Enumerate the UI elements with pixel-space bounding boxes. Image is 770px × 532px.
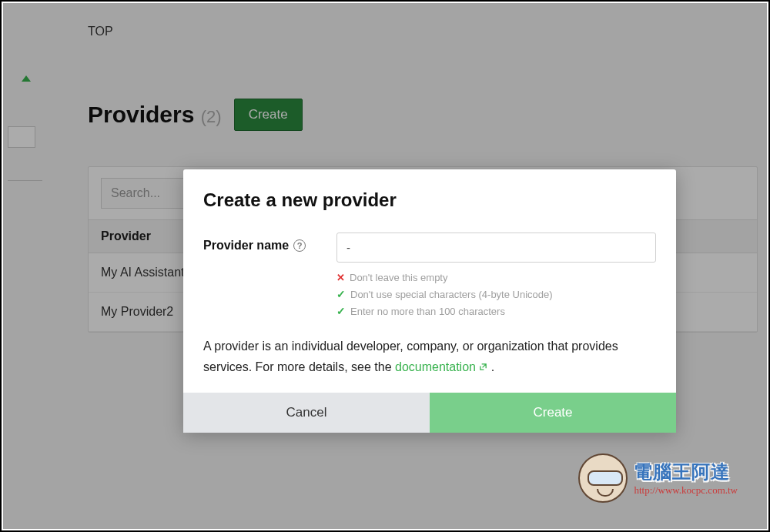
validation-hints: ✕ Don't leave this empty ✓ Don't use spe…	[336, 272, 656, 317]
check-icon: ✓	[336, 305, 346, 317]
check-icon: ✓	[336, 288, 346, 300]
watermark-title: 電腦王阿達	[634, 460, 738, 484]
provider-name-label: Provider name ?	[203, 233, 323, 253]
provider-name-input[interactable]	[336, 233, 656, 263]
hint-special-text: Don't use special characters (4-byte Uni…	[350, 289, 553, 300]
watermark-text: 電腦王阿達 http://www.kocpc.com.tw	[634, 460, 738, 497]
provider-name-label-text: Provider name	[203, 239, 289, 253]
modal-title: Create a new provider	[203, 189, 656, 211]
create-provider-modal: Create a new provider Provider name ? ✕ …	[183, 169, 676, 433]
help-icon[interactable]: ?	[293, 239, 306, 252]
modal-footer: Cancel Create	[183, 393, 676, 433]
hint-length: ✓ Enter no more than 100 characters	[336, 305, 656, 317]
external-link-icon	[479, 363, 487, 371]
hint-empty: ✕ Don't leave this empty	[336, 272, 656, 283]
watermark: 電腦王阿達 http://www.kocpc.com.tw	[578, 453, 738, 503]
app-frame: TOP Providers (2) Create Provider My AI …	[0, 0, 770, 532]
watermark-url: http://www.kocpc.com.tw	[634, 484, 738, 497]
hint-empty-text: Don't leave this empty	[350, 272, 448, 283]
provider-name-input-col: ✕ Don't leave this empty ✓ Don't use spe…	[336, 233, 656, 317]
submit-create-button[interactable]: Create	[430, 393, 676, 433]
documentation-link-text: documentation	[395, 360, 476, 373]
cancel-button[interactable]: Cancel	[183, 393, 430, 433]
watermark-avatar-icon	[578, 453, 628, 503]
hint-length-text: Enter no more than 100 characters	[350, 306, 505, 317]
modal-description: A provider is an individual developer, c…	[203, 336, 656, 377]
provider-name-row: Provider name ? ✕ Don't leave this empty…	[203, 233, 656, 317]
hint-special: ✓ Don't use special characters (4-byte U…	[336, 288, 656, 300]
x-icon: ✕	[336, 272, 345, 283]
desc-suffix: .	[487, 360, 494, 373]
documentation-link[interactable]: documentation	[395, 360, 487, 373]
modal-body: Create a new provider Provider name ? ✕ …	[183, 169, 676, 393]
